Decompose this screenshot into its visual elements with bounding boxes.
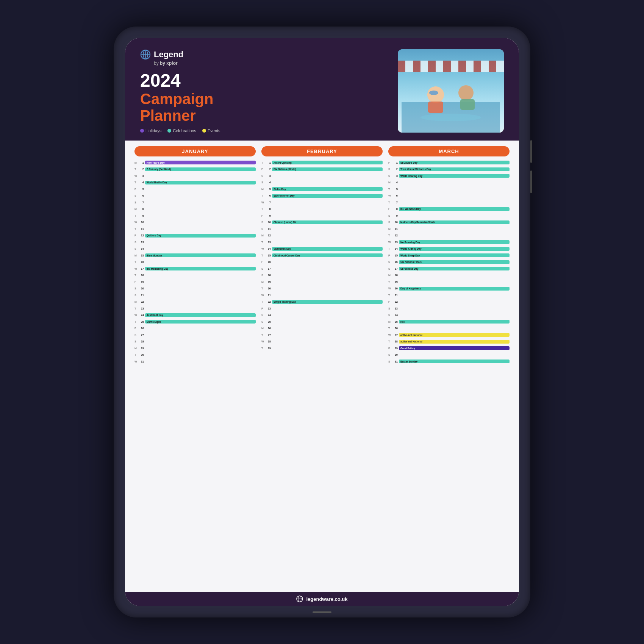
day-row: T13 [261, 239, 383, 245]
day-number: 16 [266, 260, 271, 264]
day-row: T8 [261, 206, 383, 212]
day-letter: M [388, 228, 392, 230]
day-letter: W [134, 314, 138, 316]
day-row: W3 [134, 173, 256, 179]
day-letter: M [261, 281, 265, 283]
events-dot [202, 129, 206, 133]
day-number: 2 [266, 167, 271, 171]
day-letter: T [261, 287, 265, 290]
day-letter: T [134, 274, 138, 277]
day-event: World Braille Day [145, 181, 256, 184]
day-row: T5 [388, 186, 510, 192]
day-row: W31 [134, 358, 256, 364]
day-row: S6 [134, 193, 256, 199]
day-letter: W [134, 360, 138, 363]
day-number: 9 [393, 214, 398, 217]
logo-line: Legend [140, 49, 386, 60]
day-letter: S [388, 221, 392, 224]
campaign-title: Campaign Planner [140, 91, 386, 124]
day-row: S11 [261, 226, 383, 232]
day-event: Int. Mentoring Day [145, 267, 256, 270]
day-letter: W [134, 175, 138, 177]
day-row: W13No Smoking Day [388, 239, 510, 245]
day-number: 13 [139, 241, 144, 244]
day-letter: T [388, 201, 392, 204]
day-letter: M [261, 188, 265, 191]
day-number: 11 [393, 227, 398, 231]
day-number: 20 [393, 287, 398, 290]
day-letter: S [388, 175, 392, 177]
legend-celebrations: Celebrations [167, 128, 196, 133]
day-number: 18 [139, 274, 144, 277]
day-number: 12 [393, 234, 398, 237]
day-row: S17 [261, 266, 383, 272]
day-letter: F [134, 281, 138, 283]
day-row: S3 [261, 173, 383, 179]
day-number: 18 [393, 274, 398, 277]
day-event: No Smoking Day [399, 240, 510, 244]
footer-url: legendware.co.uk [306, 596, 347, 602]
day-event: St Patricks Day [399, 267, 510, 270]
day-row: M22 [134, 299, 256, 305]
day-event: Blue Monday [145, 253, 256, 257]
side-button-1 [530, 140, 532, 163]
day-number: 25 [266, 320, 271, 324]
day-letter: T [261, 194, 265, 197]
months-grid: JANUARYM1New Year's DayT22 January (Scot… [134, 146, 510, 588]
day-row: T12 [388, 233, 510, 239]
day-number: 10 [393, 220, 398, 224]
day-event: Easter Sunday [399, 360, 510, 363]
day-letter: S [388, 307, 392, 310]
day-number: 30 [139, 353, 144, 356]
day-row: F15World Sleep Day [388, 252, 510, 258]
day-letter: S [261, 181, 265, 184]
day-number: 26 [266, 327, 271, 330]
day-letter: T [388, 234, 392, 237]
day-letter: S [134, 247, 138, 250]
day-row: T25Burns Night [134, 319, 256, 325]
day-letter: F [134, 327, 138, 330]
day-number: 22 [393, 300, 398, 303]
day-letter: W [388, 287, 392, 290]
day-letter: F [388, 300, 392, 303]
day-number: 8 [393, 207, 398, 211]
day-number: 9 [266, 214, 271, 217]
day-row: S24 [261, 312, 383, 318]
day-event: Holi [399, 320, 510, 324]
day-letter: T [134, 181, 138, 184]
day-letter: F [261, 307, 265, 310]
day-row: S17St Patricks Day [388, 266, 510, 272]
day-event: Int. Women's Day [399, 207, 510, 211]
footer-bar: legendware.co.uk [125, 592, 519, 606]
day-letter: S [134, 287, 138, 290]
day-row: S7 [134, 199, 256, 205]
day-number: 31 [393, 360, 398, 363]
day-row: F5 [134, 186, 256, 192]
footer-globe-icon [296, 596, 303, 602]
day-letter: S [388, 267, 392, 270]
day-number: 1 [266, 161, 271, 164]
day-number: 8 [139, 207, 144, 211]
day-number: 29 [393, 347, 398, 350]
day-number: 19 [139, 280, 144, 284]
day-letter: F [134, 234, 138, 237]
day-letter: M [134, 300, 138, 303]
day-letter: T [261, 347, 265, 350]
month-days-february: T1Active UprisingF2Six Nations (Starts)S… [261, 159, 383, 588]
day-number: 25 [139, 320, 144, 324]
pool-image [398, 49, 504, 133]
tablet-device: Legend by by xplor 2024 Campaign Planner… [114, 27, 530, 617]
day-number: 12 [266, 234, 271, 237]
day-letter: W [388, 334, 392, 336]
day-number: 19 [266, 280, 271, 284]
day-row: S16Six Nations Finals [388, 259, 510, 265]
day-number: 25 [393, 320, 398, 324]
day-number: 5 [139, 188, 144, 191]
day-row: M5Sickie Day [261, 186, 383, 192]
day-letter: F [134, 188, 138, 191]
day-row: S10Chinese (Lunar) NY [261, 219, 383, 225]
month-days-march: F1St David's DayS2Teen Mental Wellness D… [388, 159, 510, 588]
day-letter: S [261, 320, 265, 323]
month-header-february: FEBRUARY [261, 146, 383, 156]
day-number: 3 [139, 174, 144, 178]
